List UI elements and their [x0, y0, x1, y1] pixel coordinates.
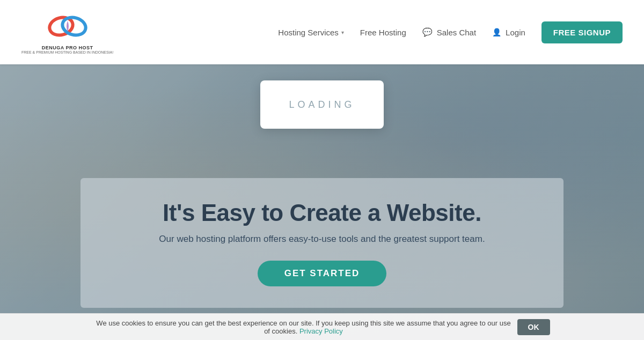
free-signup-button[interactable]: FREE SIGNUP: [541, 21, 623, 43]
chat-icon: 💬: [422, 27, 433, 37]
cookie-bar: We use cookies to ensure you can get the…: [0, 313, 644, 340]
hero-subtitle: Our web hosting platform offers easy-to-…: [91, 234, 553, 245]
chevron-down-icon: ▾: [341, 29, 344, 35]
cookie-ok-button[interactable]: OK: [517, 319, 550, 335]
brand-tagline: FREE & PREMIUM HOSTING BASED IN INDONESI…: [21, 50, 113, 54]
cookie-message: We use cookies to ensure you can get the…: [94, 319, 513, 335]
hero-title: It's Easy to Create a Website.: [91, 199, 553, 226]
brand-name: DENUGA PRO HOST: [42, 45, 93, 50]
loading-modal: LOADING: [260, 80, 384, 129]
hero-section: LOADING It's Easy to Create a Website. O…: [0, 64, 644, 340]
user-icon: 👤: [492, 28, 501, 36]
logo-icon: [46, 10, 89, 45]
privacy-policy-link[interactable]: Privacy Policy: [299, 327, 343, 335]
nav-sales-chat[interactable]: 💬 Sales Chat: [422, 27, 476, 37]
loading-text: LOADING: [289, 99, 355, 110]
nav-hosting-services[interactable]: Hosting Services ▾: [278, 28, 344, 37]
navbar: DENUGA PRO HOST FREE & PREMIUM HOSTING B…: [0, 0, 644, 64]
nav-free-hosting[interactable]: Free Hosting: [360, 28, 406, 37]
logo: DENUGA PRO HOST FREE & PREMIUM HOSTING B…: [21, 10, 113, 54]
hero-content-box: It's Easy to Create a Website. Our web h…: [80, 178, 564, 308]
get-started-button[interactable]: GET STARTED: [258, 261, 387, 286]
nav-login[interactable]: 👤 Login: [492, 28, 525, 37]
nav-links: Hosting Services ▾ Free Hosting 💬 Sales …: [278, 21, 623, 43]
